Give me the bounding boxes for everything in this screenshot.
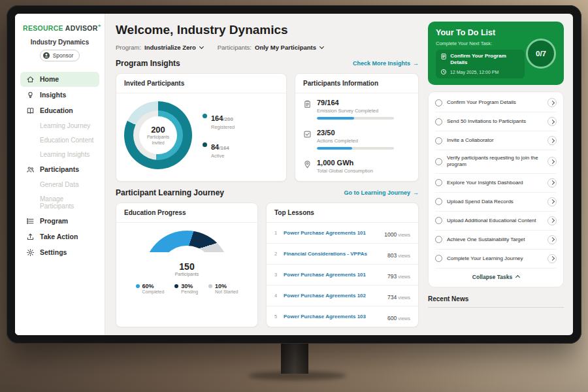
task-item[interactable]: Invite a Collaborator <box>435 131 557 150</box>
arrow-right-icon: → <box>413 60 419 67</box>
gauge-center-value: 150 <box>144 261 230 272</box>
participants-select-value: Only My Participants <box>255 44 316 51</box>
account-section: Industry Dynamics Sponsor <box>15 39 105 70</box>
list-icon <box>25 217 35 225</box>
task-item[interactable]: Complete Your Learning Journey <box>435 250 557 269</box>
legend-item-active: 84/164 Active <box>203 140 235 159</box>
todo-progress-ring: 0/7 <box>526 39 556 69</box>
checkbox-circle[interactable] <box>435 158 442 165</box>
checkbox-circle[interactable] <box>435 255 442 262</box>
lesson-row: 4 Power Purchase Agreements 102 734views <box>267 286 418 306</box>
card-title: Top Lessons <box>267 203 418 223</box>
chevron-right-icon[interactable] <box>547 178 557 188</box>
task-item[interactable]: Explore Your Insights Dashboard <box>435 174 557 193</box>
collapse-tasks-button[interactable]: Collapse Tasks <box>435 269 557 286</box>
task-label: Complete Your Learning Journey <box>447 255 543 262</box>
sidebar: RESOURCE ADVISOR+ Industry Dynamics Spon… <box>15 14 105 335</box>
donut-center-label: Participants Invited <box>142 135 174 145</box>
chevron-right-icon[interactable] <box>547 136 557 145</box>
sidebar-item-take-action[interactable]: Take Action <box>20 229 99 244</box>
lesson-link[interactable]: Power Purchase Agreements 103 <box>284 314 383 319</box>
action-arrow-icon <box>25 233 35 241</box>
gauge-legend: 60% Completed 30% Pending 10% Not Starte… <box>116 275 257 302</box>
stat-actions-completed: 23/50 Actions Completed <box>295 123 418 154</box>
legend-pct: 60% <box>142 283 154 289</box>
task-item[interactable]: Send 50 Invitations to Participants <box>435 112 557 131</box>
monitor-stand <box>281 342 308 374</box>
sidebar-item-home[interactable]: Home <box>20 72 99 87</box>
legend-label: Pending <box>181 289 198 294</box>
todo-summary-card: Your To Do List Complete Your Next Task:… <box>428 22 564 85</box>
go-to-learning-journey-link[interactable]: Go to Learning Journey → <box>344 189 419 196</box>
lesson-views-label: views <box>398 232 410 238</box>
legend-item-not-started: 10% Not Started <box>208 283 238 294</box>
checkbox-circle[interactable] <box>435 217 442 224</box>
lightbulb-icon <box>25 91 35 99</box>
sidebar-item-manage-participants[interactable]: Manage Participants <box>20 192 99 213</box>
sidebar-item-insights[interactable]: Insights <box>20 88 99 103</box>
collapse-label: Collapse Tasks <box>472 274 512 280</box>
lesson-views-label: views <box>398 253 410 259</box>
next-task-label: Confirm Your Program Details <box>450 53 520 66</box>
sidebar-item-program[interactable]: Program <box>20 214 99 229</box>
task-item[interactable]: Achieve One Sustainability Target <box>435 231 557 250</box>
checkbox-circle[interactable] <box>435 137 442 144</box>
main-content: Welcome, Industry Dynamics Program: Indu… <box>105 14 428 335</box>
chevron-right-icon[interactable] <box>547 235 557 244</box>
chevron-right-icon[interactable] <box>547 117 557 126</box>
lesson-views: 793 <box>387 273 397 280</box>
lesson-link[interactable]: Power Purchase Agreements 101 <box>284 230 380 236</box>
survey-icon <box>303 99 312 111</box>
sidebar-item-education[interactable]: Education <box>20 103 99 118</box>
logo-text-resource: RESOURCE <box>23 24 63 32</box>
sidebar-item-label: Education Content <box>40 137 93 144</box>
lesson-link[interactable]: Power Purchase Agreements 102 <box>284 293 383 299</box>
task-label: Upload Spend Data Records <box>447 199 543 205</box>
sidebar-item-education-content[interactable]: Education Content <box>20 133 99 147</box>
checkbox-circle[interactable] <box>435 118 442 125</box>
checkbox-circle[interactable] <box>435 179 442 186</box>
task-item[interactable]: Upload Spend Data Records <box>435 193 557 212</box>
task-label: Invite a Collaborator <box>447 137 543 144</box>
program-select[interactable]: Industrialize Zero <box>144 44 203 51</box>
sidebar-item-learning-journey[interactable]: Learning Journey <box>20 119 99 133</box>
link-label: Go to Learning Journey <box>344 189 410 196</box>
task-item[interactable]: Upload Additional Educational Content <box>435 212 557 231</box>
chevron-right-icon[interactable] <box>547 197 557 206</box>
sidebar-item-learning-insights[interactable]: Learning Insights <box>20 148 99 161</box>
lesson-row: 5 Power Purchase Agreements 103 600views <box>267 306 418 327</box>
participants-select[interactable]: Only My Participants <box>255 44 323 51</box>
chevron-right-icon[interactable] <box>547 157 557 166</box>
sponsor-badge[interactable]: Sponsor <box>40 50 80 61</box>
checkbox-circle[interactable] <box>435 198 442 205</box>
stat-global-consumption: 1,000 GWh Total Global Consumption <box>295 154 418 181</box>
checkbox-circle[interactable] <box>435 99 442 106</box>
checkbox-circle[interactable] <box>435 236 442 243</box>
lesson-link[interactable]: Financial Considerations - VPPAs <box>284 251 383 257</box>
lesson-link[interactable]: Power Purchase Agreements 101 <box>284 272 383 278</box>
check-more-insights-link[interactable]: Check More Insights → <box>353 60 419 67</box>
lesson-rank: 5 <box>274 314 279 319</box>
task-label: Achieve One Sustainability Target <box>447 237 543 243</box>
program-filter-label: Program: <box>116 44 141 51</box>
next-task-box[interactable]: Confirm Your Program Details 12 May 2025… <box>436 50 525 78</box>
task-item[interactable]: Confirm Your Program Details <box>435 93 557 112</box>
task-item[interactable]: Verify participants requesting to join t… <box>435 150 557 174</box>
arrow-right-icon: → <box>413 189 419 196</box>
lesson-views: 734 <box>387 294 397 301</box>
task-label: Send 50 Invitations to Participants <box>447 118 543 125</box>
education-progress-card: Education Progress 150 Participants <box>116 203 258 327</box>
legend-total: /200 <box>223 116 233 122</box>
legend-dot <box>203 114 207 118</box>
sidebar-item-settings[interactable]: Settings <box>20 245 99 260</box>
chevron-right-icon[interactable] <box>547 254 557 263</box>
card-title: Education Progress <box>116 203 257 223</box>
next-task-due: 12 May 2025, 12:00 PM <box>450 70 498 74</box>
section-title: Program Insights <box>116 59 180 68</box>
sidebar-nav: Home Insights Education Learning Journey <box>15 70 105 262</box>
sidebar-item-participants[interactable]: Participants <box>20 162 99 177</box>
chevron-right-icon[interactable] <box>547 216 557 225</box>
sidebar-item-general-data[interactable]: General Data <box>20 178 99 191</box>
chevron-right-icon[interactable] <box>547 98 557 107</box>
dashboard-app: RESOURCE ADVISOR+ Industry Dynamics Spon… <box>15 14 573 335</box>
